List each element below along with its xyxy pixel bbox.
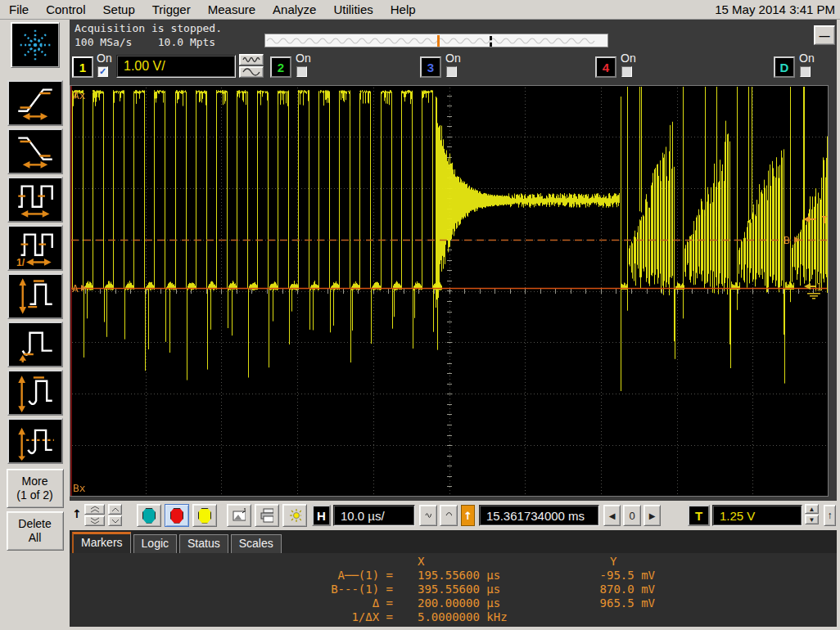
sine-wave-icon xyxy=(242,68,260,76)
measure-peak-to-peak-button[interactable] xyxy=(7,273,63,319)
offset-down-button[interactable] xyxy=(108,515,122,526)
tab-markers[interactable]: Markers xyxy=(72,532,131,553)
digital-channels-button[interactable]: D xyxy=(774,56,795,78)
scope-content: Acquisition is stopped. 100 MSa/s 10.0 M… xyxy=(70,20,840,630)
delta-label: Δ = xyxy=(70,596,393,610)
waveform-display[interactable] xyxy=(70,85,829,497)
delete-all-button[interactable]: Delete All xyxy=(7,511,64,551)
channel-3-on-checkbox[interactable] xyxy=(446,66,457,77)
trigger-level-display[interactable]: 1.25 V xyxy=(712,505,802,526)
measure-maximum-button[interactable] xyxy=(7,370,63,416)
position-left-button[interactable]: ◀ xyxy=(603,505,621,526)
print-button[interactable] xyxy=(255,504,279,527)
position-zero-button[interactable]: 0 xyxy=(623,505,641,526)
peak-to-peak-icon xyxy=(11,277,60,316)
agilent-starburst-icon xyxy=(13,25,57,65)
menu-trigger[interactable]: Trigger xyxy=(150,2,193,17)
stop-button[interactable] xyxy=(165,504,189,527)
x-column-header: X xyxy=(393,555,585,569)
channel-3-button[interactable]: 3 xyxy=(420,56,441,78)
results-tab-bar: Markers Logic Status Scales xyxy=(70,530,837,553)
menu-setup[interactable]: Setup xyxy=(101,2,138,17)
channel-4-button[interactable]: 4 xyxy=(595,56,616,78)
inverse-delta-label: 1/ΔX = xyxy=(70,610,393,624)
offset-up-button[interactable] xyxy=(108,504,122,515)
y-column-header: Y xyxy=(585,555,655,569)
small-sine-icon xyxy=(445,511,452,520)
channel-1-coupling-button[interactable] xyxy=(239,54,264,65)
overview-waveform-icon xyxy=(265,34,607,47)
overview-position-marker[interactable] xyxy=(437,35,440,47)
sine-wave-button[interactable] xyxy=(440,505,458,526)
trigger-menu-button[interactable]: T xyxy=(688,505,710,526)
channel-1-on-label: On xyxy=(97,52,112,65)
scale-down-button[interactable] xyxy=(84,515,105,526)
marker-b-label: B---(1) = xyxy=(70,583,393,596)
measure-frequency-button[interactable]: 1/ xyxy=(7,225,63,271)
status-bar: Acquisition is stopped. 100 MSa/s 10.0 M… xyxy=(70,20,837,51)
zoom-wave-button[interactable] xyxy=(419,505,437,526)
trigger-level-value: 1.25 V xyxy=(720,509,755,523)
minimum-icon xyxy=(11,325,60,364)
measure-minimum-button[interactable] xyxy=(7,322,63,367)
delete-all-label-2: All xyxy=(7,531,63,545)
delta-row: Δ = 200.00000 µs 965.5 mV xyxy=(70,596,837,610)
channel-1-scale-display[interactable]: 1.00 V/ xyxy=(116,55,236,78)
window-bottom-edge xyxy=(70,627,837,630)
timebase-value: 10.0 µs/ xyxy=(341,509,385,523)
menu-measure[interactable]: Measure xyxy=(205,2,258,17)
marker-b-x-value: 395.55600 µs xyxy=(393,583,585,596)
channel-2-button[interactable]: 2 xyxy=(270,56,291,78)
measure-pulse-width-button[interactable] xyxy=(7,177,63,223)
delta-y-value: 965.5 mV xyxy=(585,596,655,610)
svg-text:1/: 1/ xyxy=(16,257,25,268)
measure-rise-time-button[interactable] xyxy=(7,80,63,126)
display-brightness-button[interactable] xyxy=(282,504,307,527)
menu-utilities[interactable]: Utilities xyxy=(331,2,375,17)
position-right-button[interactable]: ▶ xyxy=(644,505,661,526)
acquisition-status-line1: Acquisition is stopped. xyxy=(75,22,222,34)
channel-2-on-checkbox[interactable] xyxy=(296,66,307,77)
printer-icon xyxy=(260,508,273,523)
minimize-status-button[interactable]: — xyxy=(814,25,835,45)
pointer-arrow-icon: ↑ xyxy=(72,507,82,529)
menu-control[interactable]: Control xyxy=(43,2,88,17)
trigger-level-down-button[interactable]: ▼ xyxy=(805,515,819,524)
delete-all-label-1: Delete xyxy=(7,517,63,531)
menu-file[interactable]: File xyxy=(7,2,31,17)
inverse-delta-x-value: 5.0000000 kHz xyxy=(393,610,585,624)
tab-logic[interactable]: Logic xyxy=(133,534,177,553)
marker-a-x-value: 195.55600 µs xyxy=(393,569,585,583)
channel-1-scale-value: 1.00 V/ xyxy=(124,59,165,74)
screen-image-button[interactable] xyxy=(227,504,251,527)
trigger-slope-button[interactable]: ↑ xyxy=(461,505,475,526)
digital-on-checkbox[interactable] xyxy=(800,66,811,77)
horizontal-menu-button[interactable]: H xyxy=(312,505,331,526)
menu-help[interactable]: Help xyxy=(388,2,418,17)
channel-1-button[interactable]: 1 xyxy=(72,56,93,78)
trigger-marker-button[interactable]: ↑ xyxy=(824,505,836,526)
timebase-display[interactable]: 10.0 µs/ xyxy=(333,505,415,526)
channel-4-on-checkbox[interactable] xyxy=(621,66,632,77)
measure-average-button[interactable] xyxy=(7,418,63,464)
trigger-level-up-button[interactable]: ▲ xyxy=(805,504,819,514)
more-measurements-button[interactable]: More (1 of 2) xyxy=(7,469,64,508)
tab-status[interactable]: Status xyxy=(179,534,228,553)
inverse-delta-row: 1/ΔX = 5.0000000 kHz xyxy=(70,610,837,624)
scale-up-button[interactable] xyxy=(84,504,105,515)
measurement-sidebar: 1/ xyxy=(0,20,70,630)
measure-fall-time-button[interactable] xyxy=(7,128,63,174)
run-button[interactable] xyxy=(137,504,161,527)
single-button[interactable] xyxy=(192,504,217,527)
channel-1-ac-button[interactable] xyxy=(239,66,264,78)
vertical-offset-spinner xyxy=(108,504,122,525)
horizontal-position-display[interactable]: 15.361734000 ms xyxy=(479,505,599,526)
agilent-logo-button[interactable] xyxy=(11,22,60,68)
stop-octagon-icon xyxy=(170,508,183,524)
sample-rate-memory: 100 MSa/s 10.0 Mpts xyxy=(75,36,215,48)
channel-1-on-checkbox[interactable]: ✓ xyxy=(97,66,108,77)
menu-analyze[interactable]: Analyze xyxy=(270,2,318,17)
marker-readout: X Y A──(1) = 195.55600 µs -95.5 mV B---(… xyxy=(70,553,837,627)
tab-scales[interactable]: Scales xyxy=(231,534,282,553)
timebase-overview[interactable] xyxy=(264,34,608,47)
